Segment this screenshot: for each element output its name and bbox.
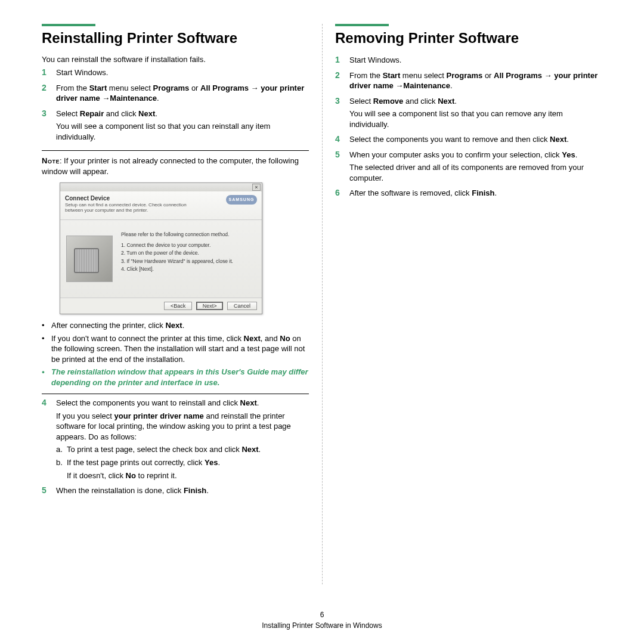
step-number: 2 [42, 83, 56, 106]
step-subtext: The selected driver and all of its compo… [349, 162, 602, 183]
step-text: When the reinstallation is done, click F… [56, 485, 309, 496]
step-number: 2 [335, 70, 349, 94]
dialog-subtitle: Setup can not find a connected device. C… [65, 203, 202, 213]
step-text: Select the components you want to reinst… [56, 398, 309, 408]
hr [42, 150, 309, 151]
step-number: 5 [42, 485, 56, 499]
step-number: 6 [335, 188, 349, 201]
bullet-item: After connecting the printer, click Next… [42, 320, 309, 331]
back-button[interactable]: <Back [164, 302, 192, 310]
column-divider [322, 24, 323, 584]
right-column: Removing Printer Software 1 Start Window… [322, 24, 615, 608]
left-heading: Reinstalling Printer Software [42, 30, 309, 47]
step-text: Select Repair and click Next. [56, 109, 309, 119]
step-number: 1 [335, 55, 349, 68]
sub-steps: a. To print a test page, select the chec… [56, 444, 309, 481]
step-text: Select Remove and click Next. [349, 96, 602, 107]
step-subtext: You will see a component list so that yo… [349, 109, 602, 129]
dialog-titlebar: × [60, 183, 262, 191]
left-steps: 1 Start Windows. 2 From the Start menu s… [42, 67, 309, 144]
note-bullets: After connecting the printer, click Next… [42, 320, 309, 364]
footer-section: Installing Printer Software in Windows [0, 621, 644, 630]
section-rule [42, 24, 95, 26]
left-steps-cont: 4 Select the components you want to rein… [42, 398, 309, 498]
left-column: Reinstalling Printer Software You can re… [29, 24, 322, 608]
step-text: Select the components you want to remove… [349, 134, 602, 145]
step-text: After the software is removed, click Fin… [349, 188, 602, 199]
step-subtext: You will see a component list so that yo… [56, 121, 309, 142]
step-text: Start Windows. [349, 55, 602, 66]
cancel-button[interactable]: Cancel [227, 302, 257, 310]
section-rule [335, 24, 389, 26]
step-number: 3 [335, 96, 349, 132]
dialog-screenshot: × Connect Device Setup can not find a co… [60, 182, 262, 314]
dialog-footer: <Back Next> Cancel [60, 298, 262, 314]
step-text: From the Start menu select Programs or A… [56, 83, 309, 104]
right-steps: 1 Start Windows. 2 From the Start menu s… [335, 55, 602, 201]
dialog-body: Please refer to the following connection… [60, 220, 262, 298]
connection-illustration [66, 236, 113, 282]
bullet-item: If you don't want to connect the printer… [42, 333, 309, 365]
step-number: 1 [42, 67, 56, 80]
close-icon[interactable]: × [252, 184, 261, 191]
dialog-header: Connect Device Setup can not find a conn… [60, 191, 262, 220]
next-button[interactable]: Next> [196, 302, 224, 310]
dialog-instructions: Please refer to the following connection… [121, 231, 233, 286]
note: Note: If your printer is not already con… [42, 156, 309, 177]
page-footer: 6 Installing Printer Software in Windows [0, 611, 644, 630]
left-intro: You can reinstall the software if instal… [42, 55, 309, 64]
step-number: 5 [335, 150, 349, 186]
step-text: From the Start menu select Programs or A… [349, 70, 602, 91]
step-number: 4 [42, 398, 56, 483]
step-text: Start Windows. [56, 67, 309, 78]
right-heading: Removing Printer Software [335, 30, 602, 47]
samsung-logo: SAMSUNG [226, 195, 257, 205]
step-text: When your computer asks you to confirm y… [349, 150, 602, 160]
step-subtext: If you you select your printer driver na… [56, 411, 309, 442]
page-number: 6 [0, 611, 644, 619]
hr [42, 394, 309, 394]
green-note: • The reinstallation window that appears… [42, 367, 309, 388]
step-number: 4 [335, 134, 349, 147]
step-number: 3 [42, 109, 56, 145]
